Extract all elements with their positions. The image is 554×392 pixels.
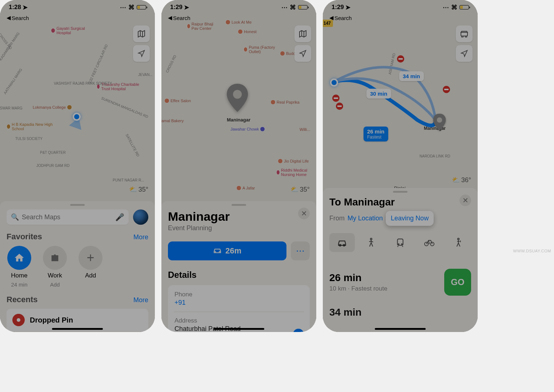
place-category: Event Planning — [168, 224, 310, 232]
poi-college[interactable]: Lokmanya College — [33, 105, 72, 110]
go-button[interactable]: GO — [444, 269, 471, 296]
account-globe-button[interactable] — [133, 209, 148, 225]
route-option-2[interactable]: 34 min — [329, 307, 471, 318]
poi[interactable]: Puma (Factory Outlet) — [244, 45, 280, 54]
mic-icon[interactable]: 🎤 — [115, 213, 124, 221]
current-location-dot — [73, 113, 81, 121]
map-mode-button[interactable] — [294, 25, 311, 42]
route-detail: 10 km · Fastest route — [329, 285, 388, 292]
plus-icon: + — [79, 246, 103, 270]
no-entry-icon — [443, 86, 450, 93]
poi[interactable]: Willi... — [300, 127, 310, 132]
briefcase-icon — [43, 246, 67, 270]
map-label: P&T QUARTER — [40, 151, 66, 155]
route-time-label[interactable]: 34 min — [399, 71, 424, 81]
favorite-work[interactable]: Work Add — [42, 246, 68, 288]
back-to-search[interactable]: ◀ Search — [161, 15, 316, 21]
location-services-icon: ➤ — [23, 4, 28, 11]
place-title: Maninagar — [168, 209, 310, 224]
phone-value[interactable]: +91 — [174, 299, 303, 307]
personal-hotspot-icon: ⋯ — [120, 4, 126, 11]
map-road: PUNIT NAGAR R... — [113, 178, 144, 182]
status-time: 1:29 — [170, 4, 182, 11]
poi-hospital[interactable]: Gayatri Surgical Hospital — [51, 26, 95, 35]
back-to-search[interactable]: ◀ Search — [323, 15, 478, 21]
poi[interactable]: A Jafar — [236, 185, 255, 191]
link-icon: ⌘ — [128, 4, 135, 11]
svg-point-0 — [233, 90, 242, 99]
poi[interactable]: amal Bakery — [161, 119, 184, 123]
map-label: VASHISHT RAJAB PARK SOCIETY — [54, 81, 87, 85]
current-location-dot — [330, 79, 338, 87]
svg-point-13 — [458, 238, 459, 240]
favorites-heading: Favorites — [7, 232, 42, 241]
poi[interactable]: Honest — [238, 29, 257, 34]
search-maps-field[interactable]: 🔍 🎤 — [7, 209, 129, 225]
poi[interactable]: Jio Digital Life — [278, 159, 309, 164]
sheet-grabber[interactable] — [232, 204, 246, 206]
location-services-icon: ➤ — [184, 4, 189, 11]
poi[interactable]: Real Paprika — [270, 100, 300, 105]
locate-me-button[interactable] — [456, 45, 473, 62]
map-label: TULSI SOCIETY — [15, 137, 41, 141]
locate-me-button[interactable] — [133, 45, 150, 62]
mode-transit[interactable] — [388, 233, 413, 252]
map-mode-button[interactable] — [133, 25, 150, 42]
sheet-grabber[interactable] — [393, 191, 408, 193]
battery-icon — [298, 5, 308, 9]
home-indicator[interactable] — [52, 328, 103, 330]
favorite-add[interactable]: + Add — [78, 246, 103, 288]
personal-hotspot-icon: ⋯ — [443, 4, 449, 11]
poi[interactable]: Raipur Bhaji Pav Center — [187, 22, 220, 31]
poi[interactable]: Effex Salon — [164, 98, 191, 103]
more-actions-button[interactable]: ⋯ — [291, 241, 310, 260]
map-road: SURENDRA MANGALDAS RD — [101, 96, 149, 119]
search-input[interactable] — [22, 213, 112, 221]
route-time-label-primary[interactable]: 26 minFastest — [364, 127, 388, 141]
weather-badge: ⛅ 36° — [452, 176, 471, 184]
from-my-location[interactable]: My Location — [348, 215, 383, 222]
poi[interactable]: Riddhi Medical Nursing Home — [276, 168, 316, 177]
transport-mode-button[interactable] — [456, 25, 473, 42]
close-button[interactable]: ✕ — [459, 195, 471, 206]
back-to-search[interactable]: ◀ Search — [0, 15, 155, 21]
route-option-1[interactable]: 26 min 10 km · Fastest route GO — [329, 269, 471, 296]
weather-badge: ⛅ 35° — [290, 185, 310, 193]
favorites-more[interactable]: More — [133, 233, 148, 241]
leaving-now-button[interactable]: Leaving Now — [386, 211, 434, 226]
map-road: 132 FEET CIRCULAR RD — [88, 44, 108, 84]
status-time: 1:28 — [9, 4, 21, 11]
recents-more[interactable]: More — [133, 296, 148, 304]
home-icon — [7, 246, 31, 270]
destination-pin-icon[interactable] — [433, 113, 446, 131]
watermark: WWW.DSUAY.COM — [513, 249, 551, 253]
svg-point-10 — [401, 244, 402, 244]
mode-walk[interactable] — [358, 233, 384, 252]
weather-badge: ⛅ 35° — [129, 185, 148, 193]
poi-school[interactable]: H B Kapadia New High School — [7, 122, 54, 131]
home-indicator[interactable] — [375, 328, 426, 330]
close-button[interactable]: ✕ — [298, 208, 310, 219]
directions-button[interactable]: 26m — [168, 241, 286, 260]
home-indicator[interactable] — [213, 328, 264, 330]
route-lines — [323, 0, 478, 196]
mode-cycle[interactable] — [417, 233, 442, 252]
pin-label: Maninagar — [227, 117, 250, 123]
recents-heading: Recents — [7, 295, 38, 304]
favorite-home[interactable]: Home 24 min — [7, 246, 32, 288]
battery-icon — [459, 5, 469, 9]
dropped-pin-icon[interactable] — [227, 84, 248, 113]
sheet-grabber[interactable] — [70, 204, 85, 206]
locate-me-button[interactable] — [294, 45, 311, 62]
map-road: JEVAN... — [138, 73, 153, 77]
no-entry-icon — [336, 103, 343, 110]
no-entry-icon — [397, 55, 404, 63]
poi[interactable]: Jawahar Chowk — [230, 127, 265, 132]
no-entry-icon — [332, 95, 340, 102]
mode-rideshare[interactable] — [446, 233, 471, 252]
mode-drive[interactable] — [329, 233, 355, 252]
address-label: Address — [174, 317, 303, 324]
details-heading: Details — [168, 270, 310, 280]
svg-point-2 — [462, 36, 463, 37]
route-time-label[interactable]: 30 min — [366, 89, 391, 99]
